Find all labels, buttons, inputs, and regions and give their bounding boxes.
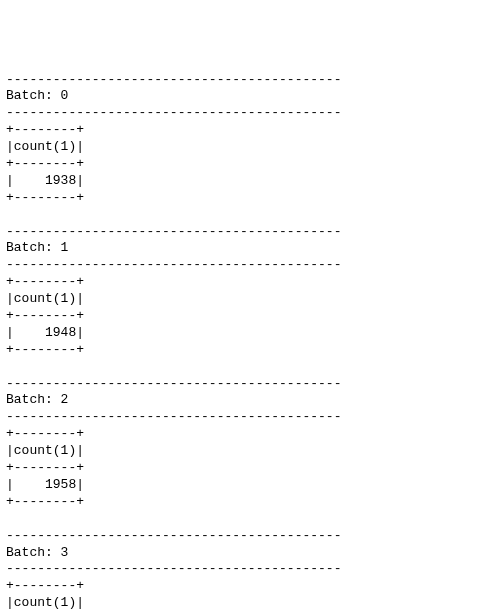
console-output: ----------------------------------------…: [0, 68, 500, 614]
